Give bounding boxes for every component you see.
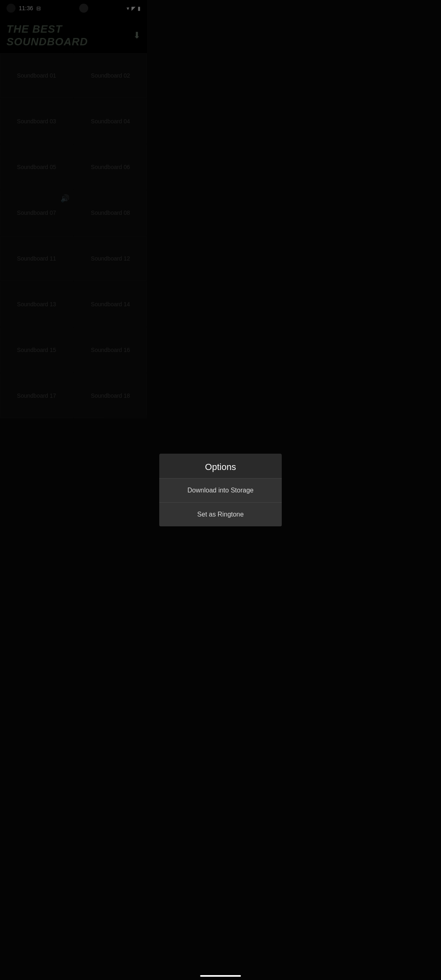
options-overlay[interactable]: Options Download into Storage Set as Rin… [0,0,147,418]
